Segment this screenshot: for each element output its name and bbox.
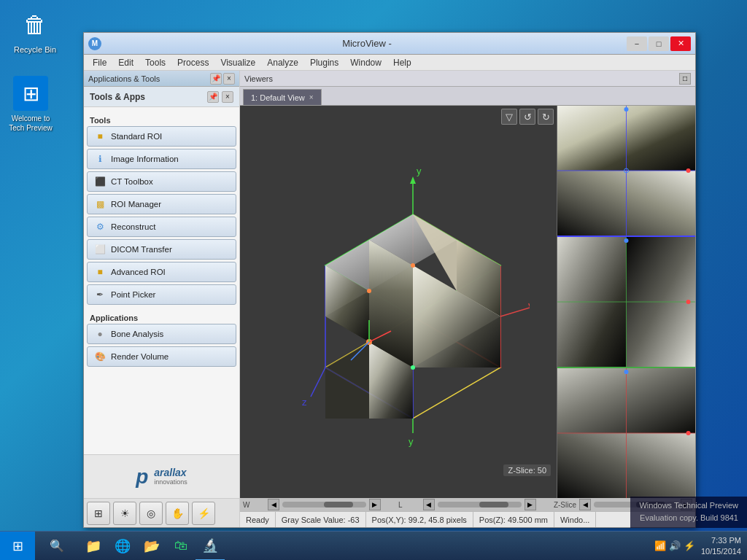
reconstruct-button[interactable]: ⚙ Reconstruct [87,217,236,237]
menu-item-file[interactable]: File [87,56,112,69]
menu-item-analyze[interactable]: Analyze [261,56,304,69]
parallax-logo-area: p arallax innovations [84,454,239,498]
render-volume-button[interactable]: 🎨 Render Volume [87,346,236,367]
scroll-track-l[interactable] [438,502,522,508]
menu-item-help[interactable]: Help [387,56,417,69]
left-panel: Applications & Tools 📌 × Tools & Apps 📌 … [84,71,240,527]
panel-close-btn[interactable]: × [223,73,235,85]
svg-point-53 [624,370,629,374]
dicom-transfer-label: DICOM Transfer [111,245,172,254]
panel-title-controls: 📌 × [210,73,235,85]
app-icon: M [88,37,101,50]
parallax-logo: p arallax innovations [136,465,187,489]
taskbar: ⊞ 🔍 📁 🌐 📂 🛍 🔬 📶 🔊 [0,531,747,560]
menu-bar: FileEditToolsProcessVisualizeAnalyzePlug… [84,55,695,71]
menu-item-visualize[interactable]: Visualize [214,56,261,69]
svg-text:y: y [409,436,414,447]
start-icon: ⊞ [12,538,23,554]
taskbar-item-explorer[interactable]: 📂 [137,532,166,561]
menu-item-edit[interactable]: Edit [112,56,139,69]
minimize-button[interactable]: − [627,36,647,51]
tools-apps-pin[interactable]: 📌 [207,91,219,103]
toolbar-select-btn[interactable]: ⊞ [87,502,110,525]
svg-point-54 [686,431,691,435]
maximize-button[interactable]: □ [649,36,669,51]
scroll-track-w[interactable] [282,502,366,508]
store-icon: 🛍 [174,538,187,553]
image-information-label: Image Information [111,155,179,163]
taskbar-time[interactable]: 7:33 PM 10/15/2014 [701,535,741,556]
svg-text:y: y [417,166,422,176]
menu-item-process[interactable]: Process [171,56,214,69]
menu-item-window[interactable]: Window [344,56,387,69]
menu-item-plugins[interactable]: Plugins [304,56,344,69]
scroll-arrow-left-l[interactable]: ◀ [423,499,435,510]
scroll-label-w: W [243,501,265,509]
main-3d-canvas[interactable]: y x z [240,106,557,498]
scroll-arrow-left-w[interactable]: ◀ [268,499,279,510]
start-button[interactable]: ⊞ [0,532,35,561]
taskbar-search-button[interactable]: 🔍 [35,532,79,561]
scroll-arrow-right-w[interactable]: ▶ [369,499,381,510]
point-picker-button[interactable]: ✒ Point Picker [87,284,236,305]
taskbar-item-microview[interactable]: 🔬 [196,532,225,561]
taskbar-item-taskmanager[interactable]: 📁 [79,532,108,561]
x-axis-view [557,368,695,498]
battery-icon: ⚡ [684,540,695,551]
view-options-btn[interactable]: ▽ [501,109,517,125]
bone-analysis-button[interactable]: ● Bone Analysis [87,324,236,344]
win-preview-line2: Evaluation copy. Build 9841 [639,512,738,525]
tools-apps-header: Tools & Apps 📌 × [84,87,239,107]
taskbar-system-icons: 📶 🔊 ⚡ [654,540,695,551]
status-pos-z: Pos(Z): 49.500 mm [473,512,554,527]
standard-roi-button[interactable]: ■ Standard ROI [87,126,236,147]
standard-roi-icon: ■ [93,130,107,143]
tools-apps-close[interactable]: × [222,91,233,103]
z-slice-svg [557,106,695,236]
parallax-name: arallax [154,467,187,478]
panel-pin-btn[interactable]: 📌 [210,73,222,85]
taskbar-item-store[interactable]: 🛍 [166,532,196,561]
content-area: Applications & Tools 📌 × Tools & Apps 📌 … [84,71,695,527]
panel-title: Applications & Tools [88,74,210,83]
default-view-tab[interactable]: 1: Default View × [243,89,322,105]
advanced-roi-icon: ■ [93,265,107,279]
dicom-transfer-button[interactable]: ⬜ DICOM Transfer [87,239,236,260]
toolbar-pan-btn[interactable]: ✋ [166,502,189,525]
toolbar-measure-btn[interactable]: ⚡ [192,502,215,525]
view-tab-close[interactable]: × [309,93,314,101]
advanced-roi-label: Advanced ROI [111,268,166,276]
taskbar-item-ie[interactable]: 🌐 [108,532,137,561]
tools-apps-title: Tools & Apps [90,92,145,102]
image-information-button[interactable]: ℹ Image Information [87,149,236,169]
svg-point-38 [624,168,629,173]
scroll-arrow-right-l[interactable]: ▶ [525,499,536,510]
3d-cube-svg: y x z [267,149,530,455]
welcome-image: ⊞ [13,76,48,111]
standard-roi-label: Standard ROI [111,132,162,141]
view-refresh-btn[interactable]: ↺ [519,109,535,125]
close-button[interactable]: ✕ [670,36,691,51]
status-bar: Ready Gray Scale Value: -63 Pos(X,Y): 99… [240,511,695,527]
y-axis-view [557,237,695,368]
advanced-roi-button[interactable]: ■ Advanced ROI [87,262,236,282]
toolbar-brightness-btn[interactable]: ☀ [113,502,136,525]
welcome-icon[interactable]: ⊞ Welcome to Tech Preview [0,76,61,133]
roi-manager-button[interactable]: ▩ ROI Manager [87,194,236,214]
ct-toolbox-button[interactable]: ⬛ CT Toolbox [87,171,236,192]
scroll-label-z: Z-Slice [554,501,576,509]
view-reset-btn[interactable]: ↻ [538,109,554,125]
viewers-expand-btn[interactable]: □ [679,73,691,85]
point-picker-label: Point Picker [111,290,155,299]
viewers-header: Viewers □ [240,71,695,87]
recycle-bin-label: Recycle Bin [7,45,63,54]
toolbar-rotate-btn[interactable]: ◎ [139,502,163,525]
recycle-bin-icon[interactable]: 🗑 Recycle Bin [7,7,63,54]
svg-point-40 [686,168,691,173]
menu-item-tools[interactable]: Tools [139,56,171,69]
scroll-arrow-left-z[interactable]: ◀ [579,499,591,510]
svg-point-28 [411,263,415,268]
search-icon: 🔍 [50,539,64,553]
axis-views-panel [557,106,695,498]
taskbar-right: 📶 🔊 ⚡ 7:33 PM 10/15/2014 [649,535,747,556]
